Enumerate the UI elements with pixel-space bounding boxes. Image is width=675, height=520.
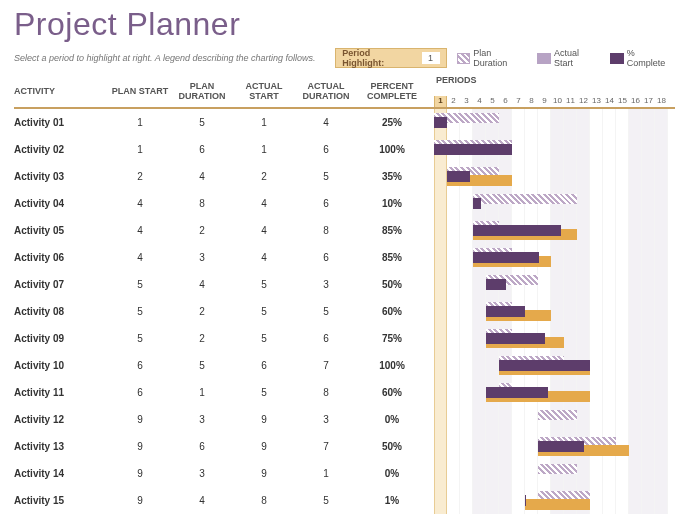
- cell-plan-duration[interactable]: 4: [171, 279, 233, 290]
- cell-actual-start[interactable]: 4: [233, 252, 295, 263]
- cell-plan-start[interactable]: 4: [109, 198, 171, 209]
- cell-plan-duration[interactable]: 5: [171, 117, 233, 128]
- period-header-cell[interactable]: 15: [616, 96, 629, 107]
- cell-actual-start[interactable]: 9: [233, 441, 295, 452]
- header-plan-start[interactable]: PLAN START: [109, 86, 171, 96]
- table-row[interactable]: Activity 01151425%: [14, 109, 434, 136]
- cell-actual-duration[interactable]: 6: [295, 252, 357, 263]
- period-header-cell[interactable]: 1: [434, 96, 447, 107]
- period-header-cell[interactable]: 5: [486, 96, 499, 107]
- cell-plan-start[interactable]: 5: [109, 279, 171, 290]
- header-actual-duration[interactable]: ACTUAL DURATION: [295, 81, 357, 101]
- cell-actual-duration[interactable]: 4: [295, 117, 357, 128]
- cell-actual-duration[interactable]: 8: [295, 225, 357, 236]
- cell-plan-start[interactable]: 2: [109, 171, 171, 182]
- cell-plan-duration[interactable]: 6: [171, 441, 233, 452]
- cell-plan-start[interactable]: 9: [109, 441, 171, 452]
- header-plan-duration[interactable]: PLAN DURATION: [171, 81, 233, 101]
- cell-plan-duration[interactable]: 5: [171, 360, 233, 371]
- period-highlight-control[interactable]: Period Highlight: 1: [335, 48, 446, 68]
- cell-percent-complete[interactable]: 25%: [357, 117, 427, 128]
- cell-activity[interactable]: Activity 09: [14, 333, 109, 344]
- cell-plan-start[interactable]: 9: [109, 495, 171, 506]
- cell-plan-duration[interactable]: 3: [171, 414, 233, 425]
- cell-percent-complete[interactable]: 50%: [357, 441, 427, 452]
- header-actual-start[interactable]: ACTUAL START: [233, 81, 295, 101]
- cell-plan-duration[interactable]: 4: [171, 171, 233, 182]
- table-row[interactable]: Activity 11615860%: [14, 379, 434, 406]
- period-header-cell[interactable]: 12: [577, 96, 590, 107]
- period-header-cell[interactable]: 14: [603, 96, 616, 107]
- header-activity[interactable]: ACTIVITY: [14, 86, 109, 96]
- cell-actual-start[interactable]: 9: [233, 414, 295, 425]
- cell-actual-duration[interactable]: 5: [295, 171, 357, 182]
- cell-plan-duration[interactable]: 1: [171, 387, 233, 398]
- period-header-cell[interactable]: 8: [525, 96, 538, 107]
- cell-percent-complete[interactable]: 60%: [357, 387, 427, 398]
- cell-activity[interactable]: Activity 04: [14, 198, 109, 209]
- cell-activity[interactable]: Activity 06: [14, 252, 109, 263]
- cell-activity[interactable]: Activity 12: [14, 414, 109, 425]
- cell-actual-start[interactable]: 5: [233, 387, 295, 398]
- cell-plan-duration[interactable]: 3: [171, 252, 233, 263]
- cell-plan-start[interactable]: 6: [109, 387, 171, 398]
- cell-plan-start[interactable]: 5: [109, 333, 171, 344]
- cell-plan-start[interactable]: 1: [109, 144, 171, 155]
- cell-plan-duration[interactable]: 2: [171, 306, 233, 317]
- cell-actual-duration[interactable]: 7: [295, 360, 357, 371]
- period-header-cell[interactable]: 17: [642, 96, 655, 107]
- table-row[interactable]: Activity 1293930%: [14, 406, 434, 433]
- table-row[interactable]: Activity 03242535%: [14, 163, 434, 190]
- cell-actual-duration[interactable]: 6: [295, 333, 357, 344]
- cell-actual-duration[interactable]: 5: [295, 495, 357, 506]
- cell-actual-duration[interactable]: 8: [295, 387, 357, 398]
- cell-actual-start[interactable]: 5: [233, 279, 295, 290]
- cell-actual-start[interactable]: 5: [233, 333, 295, 344]
- cell-activity[interactable]: Activity 02: [14, 144, 109, 155]
- period-header-cell[interactable]: 4: [473, 96, 486, 107]
- cell-activity[interactable]: Activity 05: [14, 225, 109, 236]
- cell-actual-start[interactable]: 4: [233, 225, 295, 236]
- table-row[interactable]: Activity 05424885%: [14, 217, 434, 244]
- cell-actual-start[interactable]: 8: [233, 495, 295, 506]
- cell-activity[interactable]: Activity 10: [14, 360, 109, 371]
- period-header-cell[interactable]: 7: [512, 96, 525, 107]
- cell-activity[interactable]: Activity 14: [14, 468, 109, 479]
- cell-activity[interactable]: Activity 13: [14, 441, 109, 452]
- period-header-cell[interactable]: 9: [538, 96, 551, 107]
- cell-percent-complete[interactable]: 0%: [357, 414, 427, 425]
- period-header-cell[interactable]: 2: [447, 96, 460, 107]
- table-row[interactable]: Activity 106567100%: [14, 352, 434, 379]
- period-header-cell[interactable]: 18: [655, 96, 668, 107]
- cell-actual-start[interactable]: 1: [233, 117, 295, 128]
- table-row[interactable]: Activity 1493910%: [14, 460, 434, 487]
- period-header-cell[interactable]: 16: [629, 96, 642, 107]
- cell-actual-duration[interactable]: 3: [295, 279, 357, 290]
- cell-plan-duration[interactable]: 6: [171, 144, 233, 155]
- cell-percent-complete[interactable]: 60%: [357, 306, 427, 317]
- cell-percent-complete[interactable]: 85%: [357, 225, 427, 236]
- cell-actual-duration[interactable]: 5: [295, 306, 357, 317]
- cell-activity[interactable]: Activity 01: [14, 117, 109, 128]
- cell-plan-start[interactable]: 1: [109, 117, 171, 128]
- cell-actual-start[interactable]: 1: [233, 144, 295, 155]
- cell-actual-start[interactable]: 9: [233, 468, 295, 479]
- cell-actual-duration[interactable]: 7: [295, 441, 357, 452]
- period-header-cell[interactable]: 3: [460, 96, 473, 107]
- table-row[interactable]: Activity 04484610%: [14, 190, 434, 217]
- cell-actual-duration[interactable]: 1: [295, 468, 357, 479]
- cell-plan-start[interactable]: 6: [109, 360, 171, 371]
- period-header-cell[interactable]: 11: [564, 96, 577, 107]
- cell-activity[interactable]: Activity 08: [14, 306, 109, 317]
- cell-percent-complete[interactable]: 0%: [357, 468, 427, 479]
- cell-plan-duration[interactable]: 3: [171, 468, 233, 479]
- table-row[interactable]: Activity 07545350%: [14, 271, 434, 298]
- cell-activity[interactable]: Activity 07: [14, 279, 109, 290]
- period-header-cell[interactable]: 6: [499, 96, 512, 107]
- period-highlight-value[interactable]: 1: [422, 52, 440, 64]
- cell-actual-duration[interactable]: 6: [295, 144, 357, 155]
- cell-percent-complete[interactable]: 75%: [357, 333, 427, 344]
- cell-actual-duration[interactable]: 3: [295, 414, 357, 425]
- cell-actual-start[interactable]: 5: [233, 306, 295, 317]
- cell-percent-complete[interactable]: 50%: [357, 279, 427, 290]
